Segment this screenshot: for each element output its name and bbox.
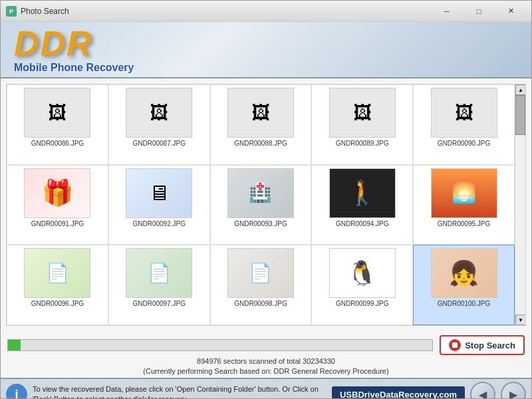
image-thumbnail: 🖼 [431,88,497,138]
image-cell[interactable]: 📄GNDR00097.JPG [108,245,210,325]
image-filename: GNDR00086.JPG [31,140,84,147]
image-filename: GNDR00096.JPG [31,300,84,307]
image-cell[interactable]: 📄GNDR00096.JPG [7,245,108,325]
brand-label: USBDriveDataRecovery.com [332,386,465,400]
back-button[interactable]: ◀ [470,382,495,399]
image-thumbnail: 🖥 [126,168,192,218]
progress-area: Stop Search 894976 sectors scanned of to… [1,331,531,378]
image-cell[interactable]: 🏥GNDR00093.JPG [210,165,312,245]
scrollbar[interactable]: ▲ ▼ [515,84,525,325]
image-thumbnail: 🖼 [227,88,294,138]
image-thumbnail: 🎁 [24,168,90,218]
image-cell[interactable]: 🖼GNDR00089.JPG [311,84,413,165]
image-cell[interactable]: 🌅GNDR00095.JPG [413,165,515,245]
image-cell[interactable]: 🖼GNDR00086.JPG [7,84,108,165]
header-subtitle: Mobile Phone Recovery [14,62,134,74]
image-thumbnail: 📄 [227,248,294,298]
image-filename: GNDR00098.JPG [234,300,287,307]
image-filename: GNDR00087.JPG [132,140,185,147]
app-icon: P [6,6,17,17]
image-thumbnail: 🖼 [126,88,192,138]
info-icon: i [6,384,27,399]
image-filename: GNDR00097.JPG [132,300,185,307]
progress-bar-fill [8,340,21,350]
image-filename: GNDR00092.JPG [132,220,185,227]
stop-search-label: Stop Search [465,340,515,350]
image-cell[interactable]: 🖼GNDR00090.JPG [413,84,515,165]
image-filename: GNDR00091.JPG [31,220,84,227]
image-thumbnail: 📄 [126,248,192,298]
progress-subtext: (Currently performing Search based on: D… [7,367,525,375]
stop-icon-inner [452,342,458,348]
image-filename: GNDR00088.JPG [234,140,287,147]
image-filename: GNDR00089.JPG [336,140,388,147]
image-cell[interactable]: 🚶GNDR00094.JPG [311,165,413,245]
image-cell[interactable]: 🐧GNDR00099.JPG [311,245,413,325]
image-thumbnail: 🌅 [431,168,497,218]
image-cell[interactable]: 🖼GNDR00088.JPG [210,84,312,165]
progress-text: 894976 sectors scanned of total 30234330 [7,357,525,365]
maximize-button[interactable]: □ [464,2,494,21]
image-thumbnail: 🏥 [227,168,294,218]
image-filename: GNDR00095.JPG [438,220,490,227]
logo-area: DDR Mobile Phone Recovery [14,26,134,74]
scrollbar-up-button[interactable]: ▲ [515,84,526,95]
image-thumbnail: 👧 [431,248,497,298]
minimize-button[interactable]: ─ [432,2,462,21]
progress-bar-container [7,339,433,351]
image-filename: GNDR00094.JPG [336,220,388,227]
image-grid: 🖼GNDR00086.JPG🖼GNDR00087.JPG🖼GNDR00088.J… [7,84,515,325]
image-thumbnail: 🚶 [329,168,396,218]
image-filename: GNDR00093.JPG [234,220,287,227]
image-cell[interactable]: 📄GNDR00098.JPG [210,245,312,325]
image-thumbnail: 🖼 [329,88,396,138]
image-filename: GNDR00099.JPG [336,300,388,307]
image-thumbnail: 📄 [24,248,90,298]
progress-row: Stop Search [7,335,525,355]
image-cell[interactable]: 🖼GNDR00087.JPG [108,84,210,165]
logo-text: DDR [14,26,134,61]
image-filename: GNDR00100.JPG [438,300,490,307]
stop-icon [449,339,461,351]
status-bar: i To view the recovered Data, please cli… [1,378,531,399]
image-cell[interactable]: 🖥GNDR00092.JPG [108,165,210,245]
image-thumbnail: 🖼 [24,88,90,138]
next-button[interactable]: ▶ [501,382,526,399]
close-button[interactable]: ✕ [495,2,526,21]
header: DDR Mobile Phone Recovery [1,22,531,78]
window-title: Photo Search [21,7,432,16]
scrollbar-down-button[interactable]: ▼ [515,315,526,325]
image-grid-container: 🖼GNDR00086.JPG🖼GNDR00087.JPG🖼GNDR00088.J… [6,84,526,326]
title-bar: P Photo Search ─ □ ✕ [1,1,531,22]
status-text: To view the recovered Data, please click… [33,384,327,399]
image-thumbnail: 🐧 [329,248,396,298]
image-cell[interactable]: 👧GNDR00100.JPG [413,245,515,325]
scrollbar-track[interactable] [515,95,525,315]
image-filename: GNDR00090.JPG [438,140,490,147]
image-cell[interactable]: 🎁GNDR00091.JPG [7,165,108,245]
stop-search-button[interactable]: Stop Search [440,335,525,355]
scrollbar-thumb[interactable] [515,95,525,135]
window-controls: ─ □ ✕ [432,2,526,21]
main-content: 🖼GNDR00086.JPG🖼GNDR00087.JPG🖼GNDR00088.J… [1,78,531,331]
